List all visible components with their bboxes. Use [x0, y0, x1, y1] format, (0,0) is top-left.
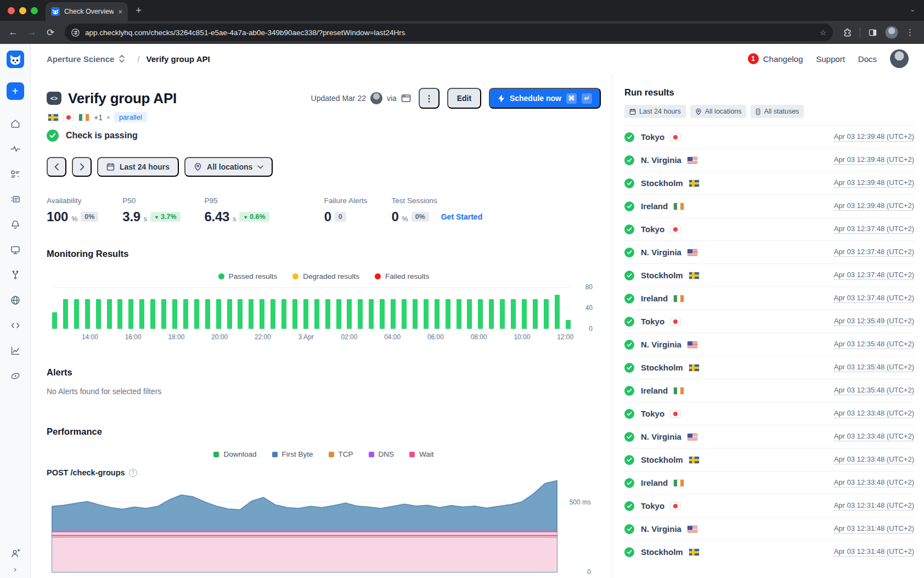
run-result-row[interactable]: Ireland Apr 03 12:37:48 (UTC+2) [624, 287, 914, 310]
locations-filter[interactable]: All locations [184, 157, 273, 177]
result-bar[interactable] [347, 299, 352, 329]
run-timestamp[interactable]: Apr 03 12:35:48 (UTC+2) [834, 340, 914, 349]
zoom-window-button[interactable] [31, 7, 38, 14]
analytics-chart-icon[interactable] [5, 338, 25, 363]
result-bar[interactable] [533, 299, 538, 329]
new-tab-button[interactable]: + [136, 4, 142, 21]
run-timestamp[interactable]: Apr 03 12:31:48 (UTC+2) [834, 547, 914, 557]
traces-pin-icon[interactable] [5, 363, 25, 389]
site-settings-icon[interactable] [71, 29, 80, 37]
run-timestamp[interactable]: Apr 03 12:39:48 (UTC+2) [834, 178, 914, 188]
previous-period-button[interactable] [47, 157, 66, 177]
run-result-row[interactable]: Tokyo Apr 03 12:37:48 (UTC+2) [624, 217, 914, 240]
result-bar[interactable] [369, 299, 374, 329]
private-locations-globe-icon[interactable] [5, 288, 25, 313]
result-bar[interactable] [238, 299, 243, 329]
run-timestamp[interactable]: Apr 03 12:31:48 (UTC+2) [834, 501, 914, 510]
result-bar[interactable] [292, 299, 297, 329]
address-bar[interactable]: app.checklyhq.com/checks/3264c851-e5ae-4… [65, 24, 833, 41]
side-panel-icon[interactable] [868, 28, 877, 37]
invite-user-icon[interactable] [10, 548, 21, 559]
run-result-row[interactable]: Tokyo Apr 03 12:33:48 (UTC+2) [624, 402, 914, 425]
dashboards-icon[interactable] [5, 237, 25, 262]
result-bar[interactable] [205, 299, 210, 329]
result-bar[interactable] [555, 295, 560, 329]
result-bar[interactable] [391, 299, 396, 329]
forward-button[interactable]: → [24, 27, 40, 38]
result-bar[interactable] [478, 299, 483, 329]
result-bar[interactable] [380, 299, 385, 329]
result-bar[interactable] [128, 299, 133, 329]
result-bar[interactable] [446, 299, 450, 329]
result-bar[interactable] [457, 299, 461, 329]
alerts-bell-icon[interactable] [5, 212, 25, 237]
back-button[interactable]: ← [5, 27, 21, 38]
close-window-button[interactable] [8, 7, 15, 14]
result-bar[interactable] [303, 299, 308, 329]
browser-profile-avatar[interactable] [885, 26, 898, 39]
result-bar[interactable] [150, 299, 155, 329]
result-bar[interactable] [117, 299, 122, 329]
groups-icon[interactable] [5, 187, 25, 212]
more-actions-button[interactable]: ⋮ [419, 88, 440, 109]
run-timestamp[interactable]: Apr 03 12:39:48 (UTC+2) [834, 155, 914, 165]
run-result-row[interactable]: Ireland Apr 03 12:39:48 (UTC+2) [624, 194, 914, 217]
result-bar[interactable] [314, 299, 319, 329]
time-range-filter[interactable]: Last 24 hours [97, 157, 179, 177]
bookmark-star-icon[interactable]: ☆ [820, 28, 826, 37]
result-bar[interactable] [249, 299, 253, 329]
run-result-row[interactable]: Stockholm Apr 03 12:33:48 (UTC+2) [624, 448, 914, 471]
close-tab-icon[interactable]: × [118, 8, 122, 16]
minimize-window-button[interactable] [19, 7, 26, 14]
docs-link[interactable]: Docs [858, 54, 877, 64]
result-bar[interactable] [500, 299, 505, 329]
reload-button[interactable]: ⟳ [43, 27, 58, 38]
result-bar[interactable] [52, 312, 57, 329]
run-timestamp[interactable]: Apr 03 12:37:48 (UTC+2) [834, 294, 914, 303]
run-timestamp[interactable]: Apr 03 12:35:48 (UTC+2) [834, 363, 914, 372]
result-bar[interactable] [63, 299, 68, 329]
run-timestamp[interactable]: Apr 03 12:35:49 (UTC+2) [834, 317, 914, 326]
run-filter-locations[interactable]: All locations [690, 105, 747, 118]
next-period-button[interactable] [72, 157, 92, 177]
run-timestamp[interactable]: Apr 03 12:37:48 (UTC+2) [834, 271, 914, 280]
browser-tab[interactable]: Check Overview × [46, 2, 128, 21]
edit-button[interactable]: Edit [447, 88, 481, 109]
run-result-row[interactable]: Ireland Apr 03 12:33:48 (UTC+2) [624, 471, 914, 494]
schedule-now-button[interactable]: Schedule now ⌘ ↵ [489, 88, 601, 109]
get-started-link[interactable]: Get Started [441, 212, 482, 221]
user-avatar[interactable] [890, 49, 909, 68]
run-timestamp[interactable]: Apr 03 12:37:48 (UTC+2) [834, 248, 914, 257]
url-text[interactable]: app.checklyhq.com/checks/3264c851-e5ae-4… [85, 29, 814, 37]
run-result-row[interactable]: N. Virginia Apr 03 12:37:48 (UTC+2) [624, 240, 914, 263]
breadcrumb-account[interactable]: Aperture Science [47, 54, 114, 64]
support-link[interactable]: Support [816, 54, 845, 64]
result-bar[interactable] [96, 299, 101, 329]
tab-search-chevron-icon[interactable]: ⌄ [910, 5, 915, 13]
run-timestamp[interactable]: Apr 03 12:39:48 (UTC+2) [834, 201, 914, 211]
run-result-row[interactable]: Tokyo Apr 03 12:31:48 (UTC+2) [624, 494, 914, 517]
result-bar[interactable] [194, 299, 199, 329]
result-bar[interactable] [85, 299, 90, 329]
result-bar[interactable] [183, 299, 188, 329]
result-bar[interactable] [402, 299, 407, 329]
run-timestamp[interactable]: Apr 03 12:33:48 (UTC+2) [834, 478, 914, 487]
run-result-row[interactable]: N. Virginia Apr 03 12:31:48 (UTC+2) [624, 517, 914, 540]
run-result-row[interactable]: Tokyo Apr 03 12:39:48 (UTC+2) [624, 125, 914, 148]
result-bar[interactable] [271, 299, 275, 329]
run-result-row[interactable]: N. Virginia Apr 03 12:39:48 (UTC+2) [624, 148, 914, 171]
result-bar[interactable] [467, 299, 472, 329]
run-result-row[interactable]: N. Virginia Apr 03 12:33:48 (UTC+2) [624, 425, 914, 448]
create-button[interactable]: + [7, 82, 24, 100]
window-controls[interactable] [0, 0, 46, 21]
result-bar[interactable] [281, 299, 286, 329]
result-bar[interactable] [413, 299, 418, 329]
run-filter-time[interactable]: Last 24 hours [624, 105, 686, 118]
result-bar[interactable] [107, 299, 112, 329]
result-bar[interactable] [522, 299, 527, 329]
info-icon[interactable]: ? [129, 469, 137, 477]
result-bar[interactable] [489, 299, 494, 329]
home-icon[interactable] [5, 111, 25, 136]
run-result-row[interactable]: Stockholm Apr 03 12:35:48 (UTC+2) [624, 356, 914, 379]
checks-icon[interactable] [5, 161, 25, 187]
